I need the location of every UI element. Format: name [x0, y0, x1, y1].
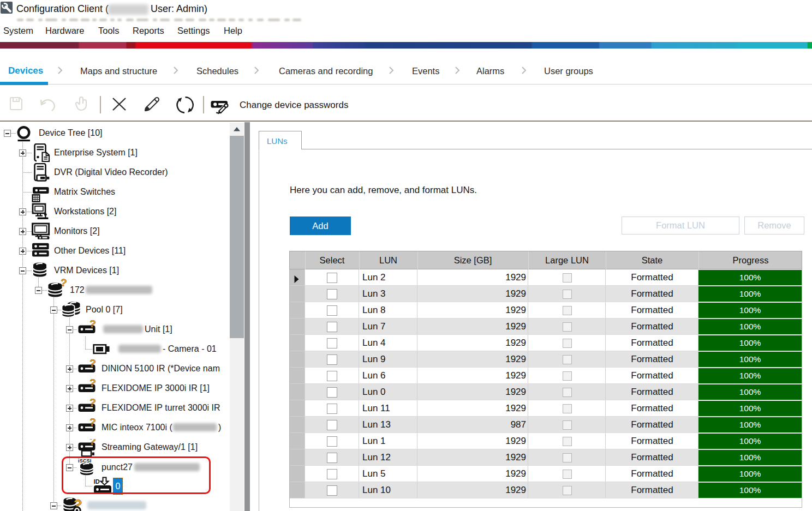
svg-text:?: ? [59, 279, 67, 289]
svg-text:?: ? [88, 418, 96, 428]
svg-text:?: ? [88, 359, 96, 369]
svg-text:?: ? [88, 320, 96, 330]
svg-text:?: ? [88, 379, 96, 389]
svg-text:?: ? [88, 399, 96, 408]
svg-text:?: ? [88, 439, 96, 447]
